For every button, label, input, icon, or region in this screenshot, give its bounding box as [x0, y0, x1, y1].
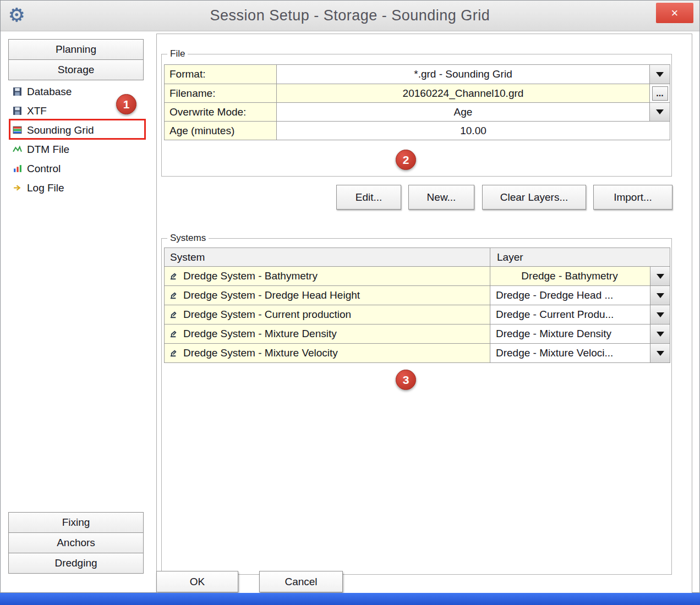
dropdown-arrow-icon — [656, 72, 664, 77]
disk-icon — [13, 87, 22, 96]
import-button[interactable]: Import... — [593, 185, 672, 210]
system-cell[interactable]: Dredge System - Mixture Velocity — [165, 344, 490, 362]
dredge-system-icon — [169, 329, 178, 339]
layer-dropdown-button[interactable] — [650, 286, 670, 305]
layer-cell[interactable]: Dredge - Dredge Head ... — [490, 286, 670, 305]
layer-cell[interactable]: Dredge - Mixture Veloci... — [490, 344, 670, 362]
system-cell-label: Dredge System - Mixture Velocity — [183, 347, 338, 359]
format-dropdown-button[interactable] — [649, 65, 670, 84]
sidebar-item-label: Log File — [27, 182, 64, 194]
desktop: ⚙ Session Setup - Storage - Sounding Gri… — [0, 0, 700, 605]
sidebar-item-control[interactable]: Control — [8, 159, 144, 178]
layer-dropdown-button[interactable] — [650, 305, 670, 324]
overwrite-mode-label: Overwrite Mode: — [165, 103, 277, 121]
layer-dropdown-button[interactable] — [650, 344, 670, 362]
table-row: Dredge System - Mixture Density Dredge -… — [165, 324, 670, 343]
filename-label: Filename: — [165, 84, 277, 102]
session-setup-dialog: ⚙ Session Setup - Storage - Sounding Gri… — [0, 0, 700, 593]
layer-cell[interactable]: Dredge - Current Produ... — [490, 305, 670, 324]
system-cell-label: Dredge System - Mixture Density — [183, 328, 337, 340]
sidebar-item-label: Control — [27, 163, 61, 175]
overwrite-mode-value[interactable]: Age — [277, 103, 649, 121]
ok-button[interactable]: OK — [156, 571, 238, 592]
filename-control-cell: ... — [649, 84, 670, 102]
age-value[interactable]: 10.00 — [277, 122, 670, 140]
sounding-grid-icon — [13, 125, 22, 135]
layer-cell-label: Dredge - Mixture Veloci... — [496, 347, 613, 359]
file-group-label: File — [167, 48, 188, 59]
layer-column-header: Layer — [490, 248, 670, 266]
annotation-step-2: 2 — [396, 150, 416, 170]
filename-value[interactable]: 20160224_Channel10.grd — [277, 84, 649, 102]
layer-cell-label: Dredge - Mixture Density — [496, 328, 611, 340]
table-row: Dredge System - Current production Dredg… — [165, 305, 670, 324]
dredge-system-icon — [169, 291, 178, 300]
dropdown-arrow-icon — [657, 274, 664, 279]
annotation-step-1: 1 — [116, 94, 136, 114]
system-cell[interactable]: Dredge System - Mixture Density — [165, 324, 490, 343]
sidebar-item-label: Database — [27, 86, 72, 98]
sidebar-item-dtm-file[interactable]: DTM File — [8, 140, 144, 159]
sidebar-item-log-file[interactable]: Log File — [8, 178, 144, 197]
sidebar-button-fixing[interactable]: Fixing — [8, 512, 144, 533]
overwrite-mode-dropdown-button[interactable] — [649, 103, 670, 121]
overwrite-mode-row: Overwrite Mode: Age — [165, 102, 670, 121]
layer-cell-label: Dredge - Current Produ... — [496, 309, 614, 321]
system-cell-label: Dredge System - Dredge Head Height — [183, 289, 360, 301]
log-arrow-icon — [13, 183, 22, 193]
chart-icon — [13, 164, 22, 173]
layer-cell[interactable]: Dredge - Mixture Density — [490, 324, 670, 343]
filename-row: Filename: 20160224_Channel10.grd ... — [165, 84, 670, 102]
table-row: Dredge System - Bathymetry Dredge - Bath… — [165, 266, 670, 285]
annotation-step-3: 3 — [396, 370, 416, 390]
format-value[interactable]: *.grd - Sounding Grid — [277, 65, 649, 84]
system-cell[interactable]: Dredge System - Dredge Head Height — [165, 286, 490, 305]
system-cell-label: Dredge System - Current production — [183, 309, 351, 321]
dredge-system-icon — [169, 310, 178, 320]
systems-group-label: Systems — [167, 233, 209, 244]
dropdown-arrow-icon — [657, 312, 664, 317]
layer-dropdown-button[interactable] — [650, 324, 670, 343]
sidebar-button-planning[interactable]: Planning — [8, 39, 144, 60]
age-label: Age (minutes) — [165, 122, 277, 140]
layer-dropdown-button[interactable] — [650, 267, 670, 285]
dropdown-arrow-icon — [657, 332, 664, 337]
system-cell[interactable]: Dredge System - Current production — [165, 305, 490, 324]
table-row: Dredge System - Dredge Head Height Dredg… — [165, 285, 670, 305]
dropdown-arrow-icon — [656, 109, 664, 114]
new-button[interactable]: New... — [408, 185, 474, 210]
cancel-button[interactable]: Cancel — [259, 571, 343, 592]
format-label: Format: — [165, 65, 277, 84]
sidebar-item-sounding-grid[interactable]: Sounding Grid — [8, 120, 144, 140]
dropdown-arrow-icon — [657, 293, 664, 298]
titlebar: ⚙ Session Setup - Storage - Sounding Gri… — [1, 1, 699, 31]
dredge-system-icon — [169, 272, 178, 281]
dredge-system-icon — [169, 349, 178, 358]
edit-button[interactable]: Edit... — [336, 185, 401, 210]
window-title: Session Setup - Storage - Sounding Grid — [1, 7, 699, 24]
disk-icon — [13, 106, 22, 116]
systems-table: System Layer Dredge System - Bathymetry … — [164, 248, 670, 363]
sidebar-item-label: Sounding Grid — [27, 124, 94, 136]
table-row: Dredge System - Mixture Velocity Dredge … — [165, 343, 670, 362]
system-cell-label: Dredge System - Bathymetry — [183, 270, 318, 282]
format-row: Format: *.grd - Sounding Grid — [165, 65, 670, 84]
terrain-icon — [13, 145, 22, 154]
age-row: Age (minutes) 10.00 — [165, 121, 670, 140]
sidebar-button-dredging[interactable]: Dredging — [8, 553, 144, 574]
sidebar-item-label: XTF — [27, 105, 47, 117]
sidebar-button-anchors[interactable]: Anchors — [8, 532, 144, 553]
browse-button[interactable]: ... — [652, 86, 668, 101]
system-column-header: System — [165, 248, 490, 266]
clear-layers-button[interactable]: Clear Layers... — [482, 185, 586, 210]
layer-cell-label: Dredge - Bathymetry — [521, 270, 617, 282]
sidebar-button-storage[interactable]: Storage — [8, 59, 144, 80]
system-cell[interactable]: Dredge System - Bathymetry — [165, 267, 490, 285]
dropdown-arrow-icon — [657, 351, 664, 356]
systems-table-header: System Layer — [165, 248, 670, 266]
layer-cell[interactable]: Dredge - Bathymetry — [490, 267, 670, 285]
sidebar-item-label: DTM File — [27, 144, 69, 156]
layer-cell-label: Dredge - Dredge Head ... — [496, 289, 613, 301]
close-button[interactable]: × — [656, 3, 693, 23]
file-table: Format: *.grd - Sounding Grid Filename: … — [164, 64, 670, 140]
